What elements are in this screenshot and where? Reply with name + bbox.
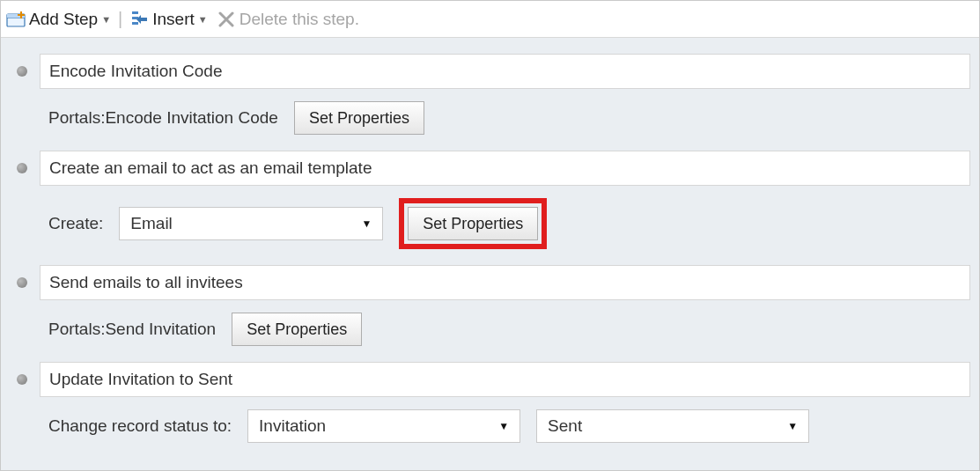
step-header [10, 54, 970, 89]
step-bullet-icon [17, 163, 27, 173]
select-value: Email [130, 214, 173, 233]
add-step-button[interactable]: Add Step ▼ [6, 10, 111, 29]
delete-step-button: Delete this step. [217, 10, 359, 29]
workflow-step: Portals:Encode Invitation Code Set Prope… [10, 54, 970, 151]
tutorial-highlight: Set Properties [399, 198, 547, 249]
workflow-step: Create: Email ▼ Set Properties [10, 151, 970, 265]
create-entity-select[interactable]: Email ▼ [119, 207, 383, 240]
chevron-down-icon: ▼ [361, 217, 372, 230]
step-header [10, 151, 970, 186]
insert-icon [129, 10, 149, 29]
change-status-label: Change record status to: [48, 416, 232, 436]
step-title-input[interactable] [40, 151, 970, 186]
status-entity-select[interactable]: Invitation ▼ [247, 409, 520, 443]
step-action-label: Portals:Send Invitation [48, 320, 216, 339]
add-step-icon [6, 10, 26, 29]
insert-button[interactable]: Insert ▼ [129, 10, 207, 29]
delete-step-label: Delete this step. [239, 10, 359, 29]
step-config-row: Create: Email ▼ Set Properties [10, 186, 970, 265]
step-bullet-icon [17, 277, 27, 288]
step-title-input[interactable] [40, 54, 970, 89]
chevron-down-icon: ▼ [101, 14, 111, 25]
step-bullet-icon [17, 66, 27, 77]
set-properties-button[interactable]: Set Properties [232, 313, 362, 346]
chevron-down-icon: ▼ [198, 14, 208, 25]
step-config-row: Portals:Send Invitation Set Properties [10, 300, 970, 362]
step-config-row: Portals:Encode Invitation Code Set Prope… [10, 89, 970, 151]
step-bullet-icon [17, 374, 27, 385]
set-properties-button[interactable]: Set Properties [408, 207, 538, 240]
step-title-input[interactable] [40, 362, 970, 397]
step-header [10, 362, 970, 397]
add-step-label: Add Step [29, 10, 98, 29]
status-value-select[interactable]: Sent ▼ [536, 409, 809, 443]
set-properties-button[interactable]: Set Properties [294, 101, 424, 135]
select-value: Sent [548, 416, 582, 436]
workflow-step: Portals:Send Invitation Set Properties [10, 265, 970, 362]
step-config-row: Change record status to: Invitation ▼ Se… [10, 397, 970, 459]
step-action-label: Portals:Encode Invitation Code [48, 108, 278, 128]
toolbar: Add Step ▼ | Insert ▼ Delete this step. [1, 1, 979, 38]
steps-list: Portals:Encode Invitation Code Set Prope… [10, 54, 970, 459]
delete-x-icon [217, 10, 236, 29]
create-label: Create: [48, 214, 103, 233]
svg-rect-6 [132, 11, 138, 14]
workflow-step: Change record status to: Invitation ▼ Se… [10, 362, 970, 459]
insert-label: Insert [152, 10, 195, 29]
chevron-down-icon: ▼ [498, 420, 509, 432]
step-header [10, 265, 970, 300]
chevron-down-icon: ▼ [787, 420, 798, 432]
select-value: Invitation [259, 416, 326, 436]
step-title-input[interactable] [40, 265, 970, 300]
workflow-steps-panel: Portals:Encode Invitation Code Set Prope… [1, 38, 979, 470]
svg-rect-8 [132, 22, 138, 25]
workflow-editor-frame: Add Step ▼ | Insert ▼ Delete this step. [0, 0, 980, 471]
toolbar-separator: | [116, 9, 124, 29]
